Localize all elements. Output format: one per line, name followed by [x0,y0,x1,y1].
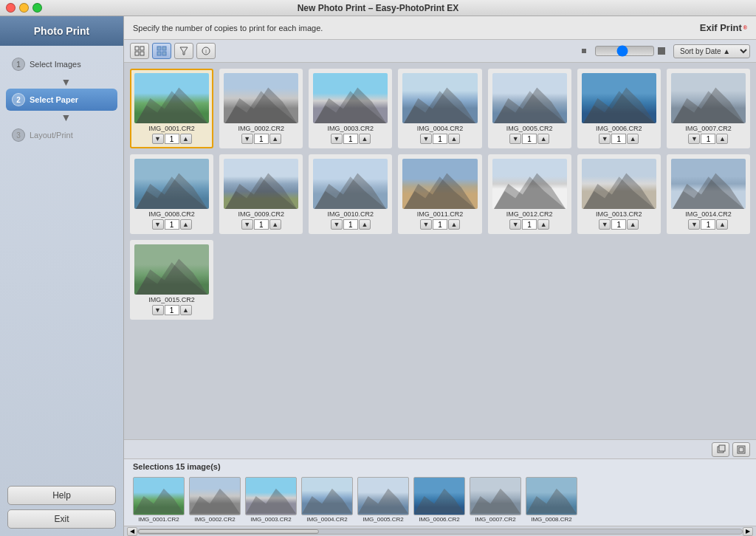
counter-up-6[interactable]: ▲ [627,134,639,144]
counter-value-3[interactable]: 1 [343,134,358,144]
selection-item-3[interactable]: IMG_0003.CR2 [245,477,297,523]
image-grid-container: IMG_0001.CR2▼1▲ IMG_0002.CR2▼1▲ IMG_0003… [124,63,756,439]
counter-value-12[interactable]: 1 [522,219,537,230]
selection-name-3: IMG_0003.CR2 [250,516,292,523]
image-item-8[interactable]: IMG_0008.CR2▼1▲ [130,154,213,234]
image-item-3[interactable]: IMG_0003.CR2▼1▲ [309,69,392,148]
counter-value-9[interactable]: 1 [254,219,269,230]
grid-small-button[interactable] [130,43,149,59]
selection-item-6[interactable]: IMG_0006.CR2 [413,477,465,523]
counter-down-7[interactable]: ▼ [688,134,700,144]
image-item-15[interactable]: IMG_0015.CR2▼1▲ [130,240,213,320]
selection-thumb-3 [245,477,297,515]
counter-up-2[interactable]: ▲ [269,134,281,144]
counter-value-13[interactable]: 1 [611,219,626,230]
image-item-13[interactable]: IMG_0013.CR2▼1▲ [577,154,661,234]
image-thumb-8 [134,159,209,209]
counter-up-7[interactable]: ▲ [716,134,728,144]
counter-down-11[interactable]: ▼ [420,219,432,230]
image-name-15: IMG_0015.CR2 [148,296,195,303]
counter-down-3[interactable]: ▼ [331,134,343,144]
image-thumb-10 [313,159,388,209]
image-item-5[interactable]: IMG_0005.CR2▼1▲ [488,69,571,148]
counter-value-2[interactable]: 1 [254,134,269,144]
counter-up-4[interactable]: ▲ [448,134,460,144]
selection-item-2[interactable]: IMG_0002.CR2 [189,477,241,523]
svg-marker-62 [134,489,184,514]
counter-value-15[interactable]: 1 [165,305,179,315]
counter-up-1[interactable]: ▲ [180,134,192,144]
close-button[interactable] [6,3,16,13]
counter-down-14[interactable]: ▼ [688,219,700,230]
counter-up-12[interactable]: ▲ [537,219,549,230]
counter-down-12[interactable]: ▼ [509,219,521,230]
counter-value-11[interactable]: 1 [433,219,447,230]
counter-up-15[interactable]: ▲ [180,305,192,315]
counter-down-10[interactable]: ▼ [331,219,343,230]
counter-down-15[interactable]: ▼ [152,305,164,315]
selection-item-8[interactable]: IMG_0008.CR2 [526,477,577,523]
scroll-right-arrow[interactable]: ▶ [743,527,753,536]
image-item-10[interactable]: IMG_0010.CR2▼1▲ [309,154,392,234]
selection-item-5[interactable]: IMG_0005.CR2 [357,477,409,523]
minimize-button[interactable] [19,3,29,13]
counter-up-10[interactable]: ▲ [359,219,371,230]
counter-value-8[interactable]: 1 [165,219,179,230]
image-item-6[interactable]: IMG_0006.CR2▼1▲ [577,69,661,148]
image-item-7[interactable]: IMG_0007.CR2▼1▲ [667,69,750,148]
counter-value-4[interactable]: 1 [433,134,447,144]
scroll-track[interactable] [137,529,743,535]
image-item-4[interactable]: IMG_0004.CR2▼1▲ [398,69,481,148]
counter-up-5[interactable]: ▲ [537,134,549,144]
image-item-9[interactable]: IMG_0009.CR2▼1▲ [219,154,303,234]
counter-value-10[interactable]: 1 [343,219,358,230]
counter-down-8[interactable]: ▼ [152,219,164,230]
counter-up-8[interactable]: ▲ [180,219,192,230]
sidebar-item-select-paper[interactable]: 2 Select Paper [6,89,117,111]
counter-value-7[interactable]: 1 [701,134,715,144]
info-button[interactable]: i [196,43,216,59]
sidebar: Photo Print 1 Select Images ▼ 2 Select P… [0,16,124,536]
window-controls[interactable] [6,3,42,13]
paste-button[interactable] [732,442,750,457]
image-item-12[interactable]: IMG_0012.CR2▼1▲ [488,154,571,234]
counter-down-6[interactable]: ▼ [599,134,611,144]
exit-button[interactable]: Exit [7,509,116,529]
size-slider[interactable] [595,46,654,56]
counter-up-11[interactable]: ▲ [448,219,460,230]
sort-select[interactable]: Sort by Date ▲ Sort by Date ▼ Sort by Na… [673,44,750,58]
counter-value-5[interactable]: 1 [522,134,537,144]
help-button[interactable]: Help [7,486,116,505]
counter-value-1[interactable]: 1 [165,134,179,144]
counter-value-6[interactable]: 1 [611,134,626,144]
counter-down-5[interactable]: ▼ [509,134,521,144]
selection-item-1[interactable]: IMG_0001.CR2 [133,477,185,523]
image-counter-11: ▼1▲ [420,219,460,230]
counter-up-9[interactable]: ▲ [269,219,281,230]
horizontal-scrollbar[interactable]: ◀ ▶ [124,526,756,536]
selection-item-7[interactable]: IMG_0007.CR2 [470,477,521,523]
scroll-left-arrow[interactable]: ◀ [127,527,137,536]
counter-down-13[interactable]: ▼ [599,219,611,230]
image-item-1[interactable]: IMG_0001.CR2▼1▲ [130,69,213,148]
counter-down-4[interactable]: ▼ [420,134,432,144]
counter-down-9[interactable]: ▼ [241,219,253,230]
counter-down-2[interactable]: ▼ [241,134,253,144]
selection-name-6: IMG_0006.CR2 [419,516,460,523]
counter-down-1[interactable]: ▼ [152,134,164,144]
sidebar-buttons: Help Exit [0,478,123,536]
grid-large-button[interactable] [152,43,171,59]
image-item-11[interactable]: IMG_0011.CR2▼1▲ [398,154,481,234]
selection-item-4[interactable]: IMG_0004.CR2 [301,477,353,523]
copy-button[interactable] [712,442,729,457]
image-item-14[interactable]: IMG_0014.CR2▼1▲ [667,154,750,234]
counter-value-14[interactable]: 1 [701,219,715,230]
counter-up-3[interactable]: ▲ [359,134,371,144]
counter-up-13[interactable]: ▲ [627,219,639,230]
maximize-button[interactable] [32,3,42,13]
filter-button[interactable] [174,43,193,59]
counter-up-14[interactable]: ▲ [716,219,728,230]
sidebar-item-select-images[interactable]: 1 Select Images [6,53,117,75]
scroll-thumb[interactable] [138,529,319,534]
image-item-2[interactable]: IMG_0002.CR2▼1▲ [219,69,303,148]
